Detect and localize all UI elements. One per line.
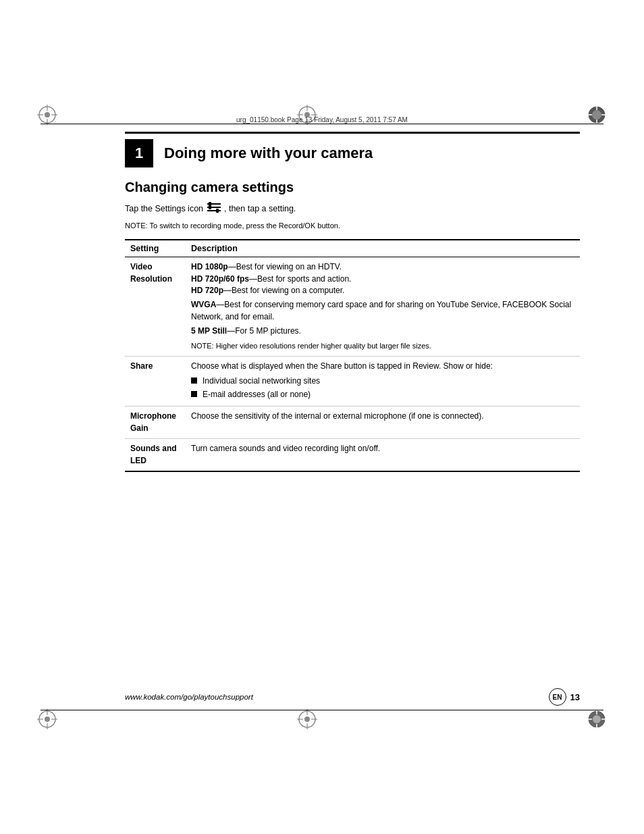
settings-icon-inline	[207, 202, 221, 217]
table-header-setting: Setting	[125, 240, 186, 257]
reg-mark-tl	[37, 105, 57, 125]
desc-note-resolution: NOTE: Higher video resolutions render hi…	[191, 341, 574, 352]
bullet-square-1	[191, 377, 197, 384]
bullet-text-social-networking: Individual social networking sites	[203, 375, 320, 387]
settings-table: Setting Description VideoResolution HD 1…	[125, 239, 580, 472]
desc-hd720p: HD 720p—Best for viewing on a computer.	[191, 285, 574, 296]
setting-desc-sounds-led: Turn camera sounds and video recording l…	[186, 439, 580, 471]
rule-bottom	[41, 710, 603, 710]
share-bullet-list: Individual social networking sites E-mai…	[191, 375, 574, 400]
svg-point-31	[593, 715, 601, 723]
file-info-text: urg_01150.book Page 13 Friday, August 5,…	[236, 116, 408, 124]
setting-label-video-resolution: VideoResolution	[125, 257, 186, 357]
chapter-header: 1 Doing more with your camera	[125, 132, 580, 167]
reg-mark-bc	[297, 709, 317, 729]
table-header-description: Description	[186, 240, 580, 257]
desc-hd720p60: HD 720p/60 fps—Best for sports and actio…	[191, 273, 574, 285]
desc-wvga: WVGA—Best for conserving memory card spa…	[191, 299, 574, 323]
svg-point-25	[304, 716, 310, 722]
setting-label-share: Share	[125, 357, 186, 407]
content-area: 1 Doing more with your camera Changing c…	[125, 132, 580, 699]
chapter-title: Doing more with your camera	[164, 145, 373, 162]
bullet-square-2	[191, 391, 197, 397]
svg-point-19	[45, 716, 50, 722]
note-text: NOTE: To switch to recording mode, press…	[125, 221, 580, 231]
setting-desc-share: Choose what is displayed when the Share …	[186, 357, 580, 407]
table-row-video-resolution: VideoResolution HD 1080p—Best for viewin…	[125, 257, 580, 357]
desc-5mp: 5 MP Still—For 5 MP pictures.	[191, 325, 574, 337]
file-info-bar: urg_01150.book Page 13 Friday, August 5,…	[135, 113, 509, 126]
chapter-number: 1	[125, 139, 153, 167]
intro-text: Tap the Settings icon , then tap a setti…	[125, 202, 580, 217]
table-row-microphone-gain: MicrophoneGain Choose the sensitivity of…	[125, 407, 580, 439]
setting-label-sounds-led: Sounds andLED	[125, 439, 186, 471]
bullet-text-email: E-mail addresses (all or none)	[203, 389, 311, 400]
reg-mark-tr	[587, 105, 607, 125]
table-row-sounds-led: Sounds andLED Turn camera sounds and vid…	[125, 439, 580, 471]
lang-badge: EN	[549, 688, 566, 706]
setting-label-mic-gain: MicrophoneGain	[125, 407, 186, 439]
svg-rect-40	[209, 205, 211, 209]
desc-hd1080p: HD 1080p—Best for viewing on an HDTV.	[191, 261, 574, 273]
reg-mark-bl	[37, 709, 57, 729]
list-item-email: E-mail addresses (all or none)	[191, 389, 574, 400]
svg-rect-41	[216, 209, 219, 213]
footer-url: www.kodak.com/go/playtouchsupport	[125, 693, 253, 701]
svg-point-13	[592, 110, 601, 120]
table-row-share: Share Choose what is displayed when the …	[125, 357, 580, 407]
footer-area: www.kodak.com/go/playtouchsupport EN 13	[125, 688, 580, 706]
page-number: 13	[570, 692, 580, 702]
list-item-social-networking: Individual social networking sites	[191, 375, 574, 387]
setting-desc-video-resolution: HD 1080p—Best for viewing on an HDTV. HD…	[186, 257, 580, 357]
share-intro-text: Choose what is displayed when the Share …	[191, 361, 574, 372]
setting-desc-mic-gain: Choose the sensitivity of the internal o…	[186, 407, 580, 439]
footer-page: EN 13	[549, 688, 580, 706]
svg-point-1	[45, 112, 50, 118]
reg-mark-br	[587, 709, 607, 729]
page-container: urg_01150.book Page 13 Friday, August 5,…	[0, 0, 644, 834]
section-heading: Changing camera settings	[125, 180, 580, 195]
